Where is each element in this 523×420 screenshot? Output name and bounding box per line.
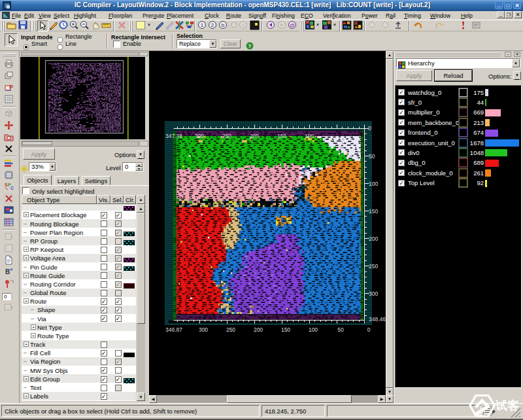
svg-text:347.38: 347.38 bbox=[165, 133, 182, 139]
svg-text:B: B bbox=[5, 268, 10, 275]
svg-text:50: 50 bbox=[369, 153, 375, 160]
svg-text:348.46: 348.46 bbox=[369, 316, 386, 323]
svg-text:0: 0 bbox=[367, 326, 371, 333]
svg-text:200: 200 bbox=[369, 236, 378, 242]
svg-text:300: 300 bbox=[199, 326, 208, 333]
svg-text:300: 300 bbox=[195, 133, 204, 139]
svg-text:250: 250 bbox=[226, 326, 235, 333]
svg-text:b: b bbox=[222, 22, 225, 28]
svg-text:a: a bbox=[242, 22, 245, 28]
svg-text:250: 250 bbox=[369, 263, 378, 270]
svg-text:200: 200 bbox=[254, 326, 263, 333]
svg-text:100: 100 bbox=[369, 181, 378, 187]
svg-text:150: 150 bbox=[281, 326, 290, 333]
svg-text:100: 100 bbox=[305, 133, 314, 139]
svg-text:P: P bbox=[9, 84, 13, 90]
svg-text:150: 150 bbox=[277, 133, 286, 139]
svg-text:@: @ bbox=[290, 22, 295, 28]
svg-text:250: 250 bbox=[222, 133, 231, 139]
svg-text:346.87: 346.87 bbox=[165, 326, 182, 333]
svg-text:试客: 试客 bbox=[495, 399, 520, 412]
svg-text:300: 300 bbox=[369, 290, 378, 297]
svg-text:?: ? bbox=[248, 43, 252, 49]
svg-text:100: 100 bbox=[309, 326, 318, 333]
svg-text:C: C bbox=[10, 186, 14, 190]
svg-text:50: 50 bbox=[337, 326, 344, 333]
svg-text:1: 1 bbox=[201, 22, 204, 28]
svg-text:2: 2 bbox=[211, 22, 214, 28]
svg-text:200: 200 bbox=[250, 133, 259, 139]
svg-text:150: 150 bbox=[369, 208, 378, 215]
svg-text:0: 0 bbox=[368, 125, 371, 131]
